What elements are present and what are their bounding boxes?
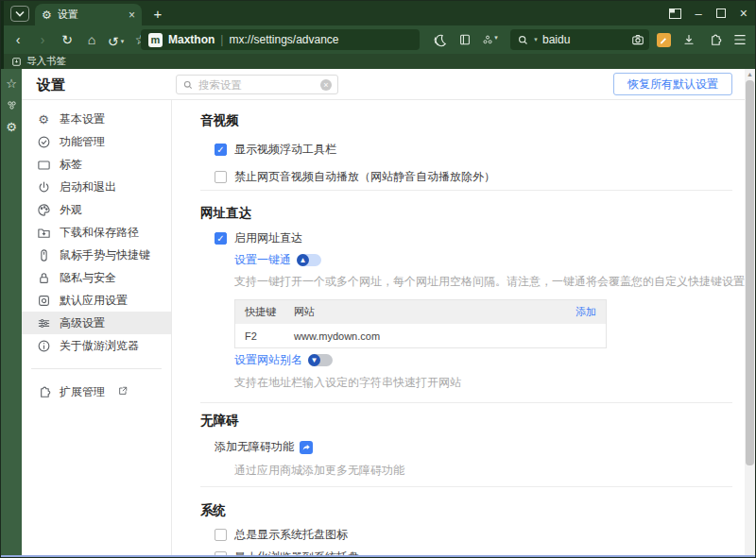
sidebar-item-basic-settings[interactable]: ⚙ 基本设置 (22, 108, 171, 130)
reset-all-defaults-button[interactable]: 恢复所有默认设置 (613, 73, 732, 95)
onekey-description: 支持一键打开一个或多个网址，每个网址用空格间隔。请注意，一键通将会覆盖您的自定义… (234, 274, 745, 290)
alias-collapse-toggle[interactable]: ▼ (308, 354, 333, 366)
toolbar-search-box[interactable]: ▼ baidu (510, 29, 649, 50)
new-tab-button[interactable]: + (148, 5, 167, 23)
checkbox-enable-url-direct[interactable] (215, 232, 227, 245)
apps-rail-icon[interactable] (1, 95, 22, 114)
settings-search-field[interactable]: × (176, 75, 338, 94)
refresh-button[interactable]: ↻ (59, 30, 76, 49)
sidebar-item-label: 基本设置 (60, 111, 105, 127)
sidebar-item-about[interactable]: 关于傲游浏览器 (22, 334, 171, 357)
search-engine-caret-icon[interactable]: ▼ (533, 37, 539, 42)
chevron-down-icon: ▼ (493, 35, 499, 45)
side-rail: ☆ ⚙ (1, 69, 22, 557)
table-row[interactable]: F2 www.mydown.com (235, 324, 606, 347)
setup-site-alias-link[interactable]: 设置网站别名 (234, 352, 302, 368)
window-controls: – × (669, 1, 747, 25)
reading-list-icon[interactable] (456, 30, 473, 49)
add-shortcut-link[interactable]: 添加 (576, 305, 606, 319)
accessibility-description: 通过应用商城添加更多无障碍功能 (234, 463, 404, 479)
sidebar-item-appearance[interactable]: 外观 (22, 198, 171, 221)
sidebar-item-mouse-gestures[interactable]: 鼠标手势与快捷键 (22, 244, 171, 266)
browser-window: ⚙ 设置 × + – × ‹ › ↻ ⌂ ↺▼ ☆ m Maxthon (0, 0, 756, 558)
sidebar-item-privacy-security[interactable]: 隐私与安全 (22, 266, 171, 289)
sidebar-item-label: 默认应用设置 (60, 293, 128, 309)
sidebar-item-tabs[interactable]: 标签 (22, 153, 171, 176)
sidebar-item-feature-management[interactable]: 功能管理 (22, 130, 171, 153)
settings-search-input[interactable] (198, 79, 316, 91)
page-scrollbar[interactable]: ▲ (745, 69, 755, 557)
download-icon[interactable] (680, 30, 697, 49)
info-icon (36, 338, 51, 353)
alias-description: 支持在地址栏输入设定的字符串快速打开网站 (234, 375, 461, 391)
screenshot-camera-icon[interactable] (629, 30, 646, 49)
section-title-system: 系统 (200, 502, 226, 519)
open-store-arrow-icon[interactable] (300, 441, 313, 454)
onekey-collapse-toggle[interactable]: ▲ (297, 254, 321, 266)
active-tab-settings[interactable]: ⚙ 设置 × (35, 4, 142, 25)
sidebar-item-label: 功能管理 (60, 134, 105, 150)
checkbox-label: 显示视频浮动工具栏 (234, 142, 336, 158)
settings-rail-icon[interactable]: ⚙ (1, 117, 22, 136)
checkbox-disable-autoplay[interactable] (215, 171, 227, 183)
section-divider (200, 402, 732, 403)
settings-header: 设置 × 恢复所有默认设置 (22, 69, 745, 100)
main-menu-icon[interactable] (731, 30, 748, 49)
sidebar-item-label: 高级设置 (60, 315, 105, 331)
column-header-shortcut: 快捷键 (235, 305, 294, 319)
sidebar-item-label: 隐私与安全 (60, 270, 116, 286)
mouse-icon (36, 247, 51, 262)
forward-button[interactable]: › (34, 30, 51, 49)
tab-list-chevron-button[interactable] (10, 6, 29, 22)
sidebar-item-advanced-settings[interactable]: 高级设置 (22, 312, 171, 334)
address-bar[interactable]: m Maxthon | mx://settings/advance (141, 29, 420, 50)
setting-row: 禁止网页音视频自动播放（网站静音自动播放除外） (215, 169, 495, 185)
add-accessibility-row: 添加无障碍功能 (215, 439, 313, 455)
sliders-icon (36, 315, 51, 330)
favorites-rail-icon[interactable]: ☆ (1, 74, 22, 93)
settings-gear-icon: ⚙ (42, 8, 52, 22)
bookmark-bar: 导入书签 (1, 54, 755, 69)
close-button[interactable]: × (740, 6, 747, 21)
notes-icon[interactable] (655, 30, 672, 49)
sidebar-item-default-apps[interactable]: 默认应用设置 (22, 289, 171, 312)
night-mode-icon[interactable] (431, 30, 448, 49)
back-button[interactable]: ‹ (9, 30, 26, 49)
palette-icon (36, 202, 51, 217)
maximize-button[interactable] (716, 8, 726, 18)
brand-label: Maxthon (168, 33, 215, 46)
default-app-icon (36, 293, 51, 308)
address-separator: | (220, 33, 223, 46)
setting-row: 总是显示系统托盘图标 (215, 527, 348, 543)
shortcut-key-cell: F2 (235, 330, 294, 342)
tab-close-icon[interactable]: × (129, 8, 135, 22)
section-title-accessibility: 无障碍 (200, 413, 239, 430)
sidebar-item-download-paths[interactable]: 下载和保存路径 (22, 221, 171, 244)
import-bookmarks-button[interactable]: 导入书签 (26, 55, 66, 68)
sidebar-item-extension-management[interactable]: 扩展管理 (22, 380, 171, 403)
scroll-up-arrow-icon[interactable]: ▲ (745, 71, 755, 77)
home-button[interactable]: ⌂ (83, 30, 100, 49)
nav-button-group: ‹ › ↻ ⌂ ↺▼ ☆ (9, 25, 149, 54)
clear-search-icon[interactable]: × (320, 79, 332, 91)
sidebar-item-label: 扩展管理 (60, 384, 105, 400)
undo-closed-tab-button[interactable]: ↺▼ (108, 30, 125, 49)
extensions-icon[interactable] (706, 30, 723, 49)
share-menu-icon[interactable]: ▼ (482, 30, 499, 49)
setup-onekey-link[interactable]: 设置一键通 (234, 252, 291, 268)
minimize-button[interactable]: – (696, 7, 702, 21)
chevron-down-icon: ▼ (308, 354, 320, 366)
toolbar-right-icons (629, 25, 748, 54)
external-link-icon (117, 385, 129, 399)
tab-icon (36, 157, 51, 172)
checkbox-show-video-toolbar[interactable] (215, 144, 227, 156)
onekey-row: 设置一键通 ▲ (234, 252, 321, 268)
puzzle-icon (36, 384, 51, 399)
lock-icon (36, 270, 51, 285)
sidebar-item-startup-exit[interactable]: 启动和退出 (22, 176, 171, 198)
scrollbar-thumb[interactable] (746, 80, 754, 465)
shortcut-table: 快捷键 网站 添加 F2 www.mydown.com (234, 299, 607, 348)
checkbox-always-show-tray[interactable] (215, 529, 227, 541)
layout-panel-icon[interactable] (669, 8, 681, 19)
section-title-url-direct: 网址直达 (200, 205, 251, 222)
